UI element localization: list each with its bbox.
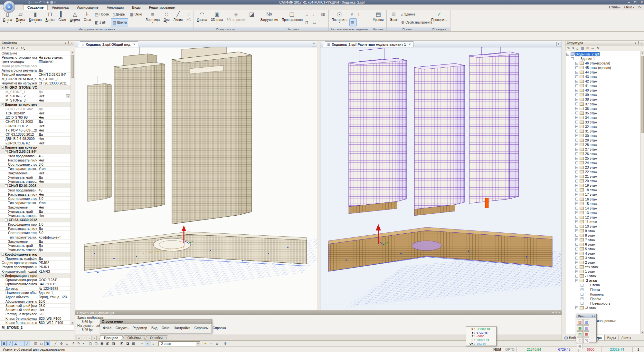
expand-icon[interactable]: +: [575, 189, 578, 191]
palette-title[interactable]: Про...: [578, 315, 590, 317]
scroll-up-icon[interactable]: ▲: [71, 51, 74, 54]
tree-item[interactable]: + 30 этаж: [565, 133, 640, 138]
expand-icon[interactable]: −: [575, 279, 578, 282]
categorized-view-icon[interactable]: ⊟: [2, 46, 5, 50]
property-row[interactable]: ТКП/ОР 45-5.03-...200 Нет: [0, 128, 71, 132]
property-row[interactable]: Файл результатов расчёта: [0, 64, 71, 68]
property-row[interactable]: Режимы отрисовки осей На всех этажах: [0, 55, 71, 60]
tree-item[interactable]: + 31 этаж: [565, 129, 640, 133]
view-cube-box-icon[interactable]: ▣: [99, 341, 105, 346]
expand-icon[interactable]: +: [581, 297, 583, 300]
expand-icon[interactable]: +: [575, 75, 578, 78]
prev-page-icon[interactable]: ‹: [82, 336, 86, 340]
expand-icon[interactable]: −: [571, 57, 574, 60]
palette-menu-icon[interactable]: ▾: [592, 315, 593, 318]
tree-item[interactable]: + 17 этаж: [565, 192, 640, 197]
expand-icon[interactable]: +: [575, 270, 578, 273]
property-row[interactable]: −Информация к проекту: [0, 274, 71, 278]
crane-icon-button[interactable]: Γ▾: [357, 10, 363, 18]
palette-close-icon[interactable]: ×: [594, 315, 595, 317]
expand-icon[interactable]: +: [575, 80, 578, 83]
property-row[interactable]: Текущий норматив СНиП 2.03.01-84*: [0, 73, 71, 77]
tree-item[interactable]: + 26 этаж: [565, 152, 640, 156]
expand-icon[interactable]: +: [575, 84, 578, 87]
expand-icon[interactable]: +: [575, 175, 578, 178]
view-top-icon[interactable]: ▧: [577, 319, 583, 325]
vehicle-load-icon-button[interactable]: ▭▾: [311, 18, 319, 26]
expand-icon[interactable]: +: [575, 243, 578, 246]
properties-scrollbar[interactable]: ▲ ▼: [71, 51, 74, 325]
tree-item[interactable]: + -3 этаж: [565, 306, 640, 310]
expand-icon[interactable]: +: [581, 302, 583, 305]
tree-item[interactable]: − -2 этаж: [565, 278, 640, 283]
scroll-down-icon[interactable]: ▼: [71, 322, 74, 325]
tree-item[interactable]: + 46 этаж(кровля): [565, 61, 640, 65]
tree-item[interactable]: + 45 этаж (кровля): [565, 65, 640, 70]
build-button[interactable]: ⊡Построить▾: [330, 10, 349, 27]
property-row[interactable]: Учитывать край Да: [0, 175, 71, 180]
roof-surface-icon-button[interactable]: ◪▾: [247, 10, 256, 27]
tree-item[interactable]: + 10 этаж: [565, 224, 640, 229]
expand-icon[interactable]: +: [581, 288, 583, 291]
light-on-icon[interactable]: ●: [145, 341, 150, 346]
tree-item[interactable]: + 40 этаж: [565, 88, 640, 93]
process-tab[interactable]: Ошибки: [145, 335, 167, 340]
tree-item[interactable]: + 16 этаж: [565, 197, 640, 201]
tree-item[interactable]: + 14 этаж: [565, 206, 640, 210]
expand-icon[interactable]: +: [575, 202, 578, 205]
expand-icon[interactable]: +: [575, 234, 578, 237]
panel-menu-icon[interactable]: ▾: [65, 41, 66, 45]
property-row[interactable]: Тип параметра ко... Коэффициент: [0, 235, 71, 239]
ribbon-tab[interactable]: Редактирование: [145, 5, 179, 10]
sort-options-icon[interactable]: ▾: [572, 46, 574, 50]
property-row[interactable]: Распознавать пилон Да: [0, 227, 71, 231]
tree-item[interactable]: + 18 этаж: [565, 188, 640, 192]
process-tab[interactable]: Объёмы: [123, 335, 146, 340]
property-row[interactable]: M_STONE_2 Нет: [0, 94, 71, 98]
line-load-icon-button[interactable]: ⊓▾: [304, 18, 311, 26]
close-icon[interactable]: ×: [641, 41, 642, 45]
tree-item[interactable]: + Колонна: [565, 292, 640, 296]
expand-icon[interactable]: −: [2, 146, 4, 149]
window-button[interactable]: ▦Окно▾: [128, 10, 144, 18]
viewport-tab-analytic[interactable]: ▦ Ходынка_2.spf:Расчетная модель вариант…: [322, 41, 413, 47]
property-row[interactable]: EUROCODE 2 Нет: [0, 124, 71, 128]
property-row[interactable]: Учитывать отверс... Да: [0, 248, 71, 252]
auto-stairs-icon-button[interactable]: ≣▾: [349, 18, 357, 26]
expand-icon[interactable]: +: [575, 261, 578, 264]
wall-button[interactable]: ▯Стена▾: [1, 10, 14, 27]
property-row[interactable]: Закругление Нет: [0, 171, 71, 175]
property-row[interactable]: Угол продавливан... 45: [0, 188, 71, 192]
scaffold-icon-button[interactable]: #▾: [349, 10, 357, 18]
expand-icon[interactable]: +: [575, 229, 578, 232]
tree-item[interactable]: + 23 этаж: [565, 165, 640, 170]
tree-item[interactable]: − Здание 1: [565, 56, 640, 61]
expand-icon[interactable]: +: [575, 180, 578, 182]
property-row[interactable]: ДСТУ 3760-98 Нет: [0, 115, 71, 120]
viewport-tab-general[interactable]: ⌂ Ходынка_2.spf:Общий вид ×: [77, 41, 138, 47]
expand-icon[interactable]: +: [575, 116, 578, 119]
expand-icon[interactable]: +: [575, 216, 578, 219]
view-cube-back-icon[interactable]: ▢: [93, 341, 99, 346]
lock-3d-icon[interactable]: ◫: [33, 341, 38, 346]
style-menu[interactable]: Стиль: [609, 5, 620, 9]
view-left-icon[interactable]: ▤: [577, 331, 583, 337]
tree-item[interactable]: + Плита: [565, 287, 640, 292]
expand-icon[interactable]: +: [581, 284, 583, 287]
combo-dropdown-icon[interactable]: ▾: [196, 342, 200, 346]
expand-icon[interactable]: −: [566, 53, 569, 56]
expand-icon[interactable]: +: [575, 130, 578, 132]
view-back-icon[interactable]: ▥: [583, 325, 589, 331]
property-row[interactable]: Соотношение стор... 3.0: [0, 197, 71, 201]
tree-item[interactable]: − Ходынка_2.spf: [565, 52, 640, 56]
tree-item[interactable]: + 24 этаж: [565, 161, 640, 165]
property-settings-icon[interactable]: ⚙: [11, 46, 14, 50]
show-building-icon[interactable]: ⌂: [576, 46, 579, 50]
property-row[interactable]: EUROCODE KZ Нет: [0, 141, 71, 145]
refresh-icon[interactable]: ↻: [596, 46, 599, 50]
snap-grid-icon[interactable]: ▦: [1, 341, 7, 346]
building-button[interactable]: ⌂Здание▾: [399, 10, 427, 18]
load-cases-button[interactable]: №Загружения▾: [258, 10, 280, 27]
more-snaps-icon[interactable]: ▾: [82, 341, 85, 346]
storey-button[interactable]: ≣Этаж▾: [388, 10, 399, 27]
